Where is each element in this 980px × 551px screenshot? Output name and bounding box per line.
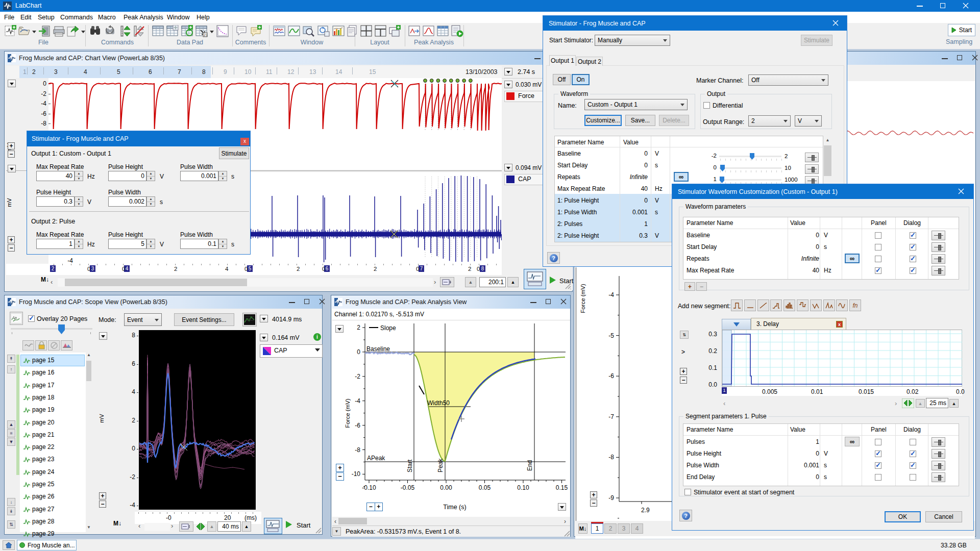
svg-text:-5: -5 (608, 332, 614, 339)
svg-text:2: 2 (357, 324, 360, 331)
svg-text:APeak: APeak (367, 455, 385, 462)
svg-text:-0.10: -0.10 (362, 484, 376, 491)
svg-text:0.00: 0.00 (440, 484, 452, 491)
svg-text:-6: -6 (608, 372, 614, 380)
svg-text:-6: -6 (355, 422, 360, 429)
svg-text:-4: -4 (355, 397, 360, 405)
svg-text:Slope: Slope (380, 324, 396, 332)
svg-text:2.9: 2.9 (641, 507, 650, 514)
svg-text:Width50: Width50 (427, 399, 450, 407)
svg-text:0.05: 0.05 (479, 484, 491, 491)
svg-text:-8: -8 (608, 454, 614, 461)
svg-text:-8: -8 (355, 446, 360, 454)
svg-text:-4: -4 (608, 291, 614, 298)
svg-text:0.15: 0.15 (556, 484, 568, 491)
svg-text:-2: -2 (355, 373, 360, 380)
svg-text:21: 21 (204, 33, 208, 37)
svg-text:-10: -10 (352, 470, 361, 478)
svg-text:End: End (526, 460, 533, 471)
svg-text:-9: -9 (608, 494, 614, 502)
svg-text:0.10: 0.10 (517, 484, 529, 491)
svg-text:0: 0 (357, 348, 360, 356)
svg-text:-0.05: -0.05 (401, 484, 415, 491)
svg-text:-7: -7 (608, 413, 614, 420)
svg-text:Baseline: Baseline (366, 345, 390, 353)
svg-text:Start: Start (406, 459, 413, 472)
svg-text:Peak: Peak (437, 458, 444, 472)
